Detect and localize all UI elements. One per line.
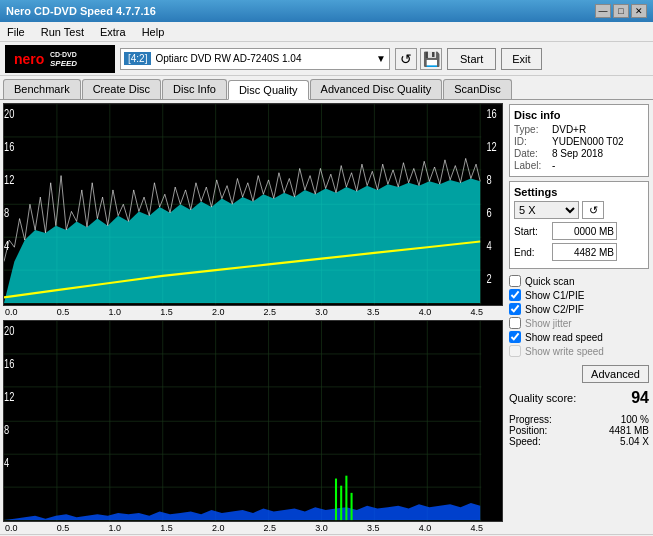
quick-scan-row: Quick scan bbox=[509, 275, 649, 287]
id-value: YUDEN000 T02 bbox=[552, 136, 624, 147]
upper-chart-x-labels: 0.0 0.5 1.0 1.5 2.0 2.5 3.0 3.5 4.0 4.5 bbox=[3, 306, 503, 318]
disc-label-label: Label: bbox=[514, 160, 549, 171]
disc-info-section: Disc info Type: DVD+R ID: YUDEN000 T02 D… bbox=[509, 104, 649, 177]
side-panel: Disc info Type: DVD+R ID: YUDEN000 T02 D… bbox=[505, 100, 653, 534]
settings-refresh-icon[interactable]: ↺ bbox=[582, 201, 604, 219]
svg-text:8: 8 bbox=[486, 173, 491, 187]
position-value: 4481 MB bbox=[609, 425, 649, 436]
tab-scandisc[interactable]: ScanDisc bbox=[443, 79, 511, 99]
quality-score-value: 94 bbox=[631, 389, 649, 407]
drive-badge: [4:2] bbox=[124, 52, 151, 65]
svg-text:8: 8 bbox=[4, 422, 9, 436]
window-title: Nero CD-DVD Speed 4.7.7.16 bbox=[6, 5, 156, 17]
toolbar-icons: ↺ 💾 bbox=[395, 48, 442, 70]
end-mb-input[interactable] bbox=[552, 243, 617, 261]
title-bar: Nero CD-DVD Speed 4.7.7.16 — □ ✕ bbox=[0, 0, 653, 22]
start-mb-row: Start: bbox=[514, 222, 644, 240]
show-jitter-row: Show jitter bbox=[509, 317, 649, 329]
drive-name: Optiarc DVD RW AD-7240S 1.04 bbox=[155, 53, 374, 64]
tab-advanced-disc-quality[interactable]: Advanced Disc Quality bbox=[310, 79, 443, 99]
refresh-icon[interactable]: ↺ bbox=[395, 48, 417, 70]
start-button[interactable]: Start bbox=[447, 48, 496, 70]
svg-text:20: 20 bbox=[4, 107, 14, 121]
exit-button[interactable]: Exit bbox=[501, 48, 541, 70]
svg-text:8: 8 bbox=[4, 206, 9, 220]
disc-date-row: Date: 8 Sep 2018 bbox=[514, 148, 644, 159]
show-c2pif-checkbox[interactable] bbox=[509, 303, 521, 315]
svg-text:SPEED: SPEED bbox=[50, 59, 77, 68]
disc-type-row: Type: DVD+R bbox=[514, 124, 644, 135]
svg-text:6: 6 bbox=[486, 206, 491, 220]
advanced-button[interactable]: Advanced bbox=[582, 365, 649, 383]
type-label: Type: bbox=[514, 124, 549, 135]
minimize-button[interactable]: — bbox=[595, 4, 611, 18]
end-mb-row: End: bbox=[514, 243, 644, 261]
show-read-speed-row: Show read speed bbox=[509, 331, 649, 343]
date-value: 8 Sep 2018 bbox=[552, 148, 603, 159]
svg-marker-47 bbox=[4, 502, 480, 519]
settings-section: Settings 5 X 4 X 8 X ↺ Start: End: bbox=[509, 181, 649, 269]
speed-value: 5.04 X bbox=[620, 436, 649, 447]
disc-info-title: Disc info bbox=[514, 109, 644, 121]
svg-text:12: 12 bbox=[4, 173, 14, 187]
show-c1pie-row: Show C1/PIE bbox=[509, 289, 649, 301]
svg-text:CD·DVD: CD·DVD bbox=[50, 51, 77, 58]
tab-create-disc[interactable]: Create Disc bbox=[82, 79, 161, 99]
show-c1pie-checkbox[interactable] bbox=[509, 289, 521, 301]
disc-label-row: Label: - bbox=[514, 160, 644, 171]
svg-marker-20 bbox=[4, 178, 480, 303]
svg-text:12: 12 bbox=[486, 140, 496, 154]
svg-text:4: 4 bbox=[486, 239, 491, 253]
position-label: Position: bbox=[509, 425, 547, 436]
svg-text:nero: nero bbox=[14, 51, 44, 67]
close-window-button[interactable]: ✕ bbox=[631, 4, 647, 18]
tab-bar: Benchmark Create Disc Disc Info Disc Qua… bbox=[0, 76, 653, 100]
svg-text:16: 16 bbox=[4, 140, 14, 154]
tab-benchmark[interactable]: Benchmark bbox=[3, 79, 81, 99]
toolbar: nero CD·DVD SPEED [4:2] Optiarc DVD RW A… bbox=[0, 42, 653, 76]
maximize-button[interactable]: □ bbox=[613, 4, 629, 18]
svg-text:12: 12 bbox=[4, 389, 14, 403]
tab-disc-quality[interactable]: Disc Quality bbox=[228, 80, 309, 100]
svg-text:4: 4 bbox=[4, 455, 9, 469]
window-controls[interactable]: — □ ✕ bbox=[595, 4, 647, 18]
lower-chart-x-labels: 0.0 0.5 1.0 1.5 2.0 2.5 3.0 3.5 4.0 4.5 bbox=[3, 522, 503, 534]
svg-text:20: 20 bbox=[4, 323, 14, 337]
menu-file[interactable]: File bbox=[4, 25, 28, 39]
date-label: Date: bbox=[514, 148, 549, 159]
main-content: 16 12 8 6 4 2 20 16 12 8 4 0.0 0.5 1.0 1… bbox=[0, 100, 653, 534]
save-icon[interactable]: 💾 bbox=[420, 48, 442, 70]
show-jitter-checkbox[interactable] bbox=[509, 317, 521, 329]
quality-score-label: Quality score: bbox=[509, 392, 576, 404]
menu-extra[interactable]: Extra bbox=[97, 25, 129, 39]
show-c2pif-label: Show C2/PIF bbox=[525, 304, 584, 315]
drive-selector[interactable]: [4:2] Optiarc DVD RW AD-7240S 1.04 ▼ bbox=[120, 48, 390, 70]
show-c2pif-row: Show C2/PIF bbox=[509, 303, 649, 315]
svg-text:4: 4 bbox=[4, 239, 9, 253]
show-write-speed-row: Show write speed bbox=[509, 345, 649, 357]
svg-text:16: 16 bbox=[4, 356, 14, 370]
id-label: ID: bbox=[514, 136, 549, 147]
checkboxes-section: Quick scan Show C1/PIE Show C2/PIF Show … bbox=[509, 273, 649, 359]
quality-score-row: Quality score: 94 bbox=[509, 389, 649, 407]
speed-select[interactable]: 5 X 4 X 8 X bbox=[514, 201, 579, 219]
upper-chart-svg: 16 12 8 6 4 2 20 16 12 8 4 bbox=[4, 104, 502, 305]
show-write-speed-label: Show write speed bbox=[525, 346, 604, 357]
start-mb-input[interactable] bbox=[552, 222, 617, 240]
show-read-speed-checkbox[interactable] bbox=[509, 331, 521, 343]
tab-disc-info[interactable]: Disc Info bbox=[162, 79, 227, 99]
type-value: DVD+R bbox=[552, 124, 586, 135]
quick-scan-checkbox[interactable] bbox=[509, 275, 521, 287]
disc-label-value: - bbox=[552, 160, 555, 171]
show-jitter-label: Show jitter bbox=[525, 318, 572, 329]
end-mb-label: End: bbox=[514, 247, 549, 258]
progress-section: Progress: 100 % Position: 4481 MB Speed:… bbox=[509, 414, 649, 447]
lower-chart-svg: 20 16 12 8 4 bbox=[4, 321, 502, 522]
show-write-speed-checkbox[interactable] bbox=[509, 345, 521, 357]
menu-help[interactable]: Help bbox=[139, 25, 168, 39]
show-read-speed-label: Show read speed bbox=[525, 332, 603, 343]
speed-row: 5 X 4 X 8 X ↺ bbox=[514, 201, 644, 219]
drive-dropdown-arrow[interactable]: ▼ bbox=[376, 53, 386, 64]
quick-scan-label: Quick scan bbox=[525, 276, 574, 287]
menu-run-test[interactable]: Run Test bbox=[38, 25, 87, 39]
